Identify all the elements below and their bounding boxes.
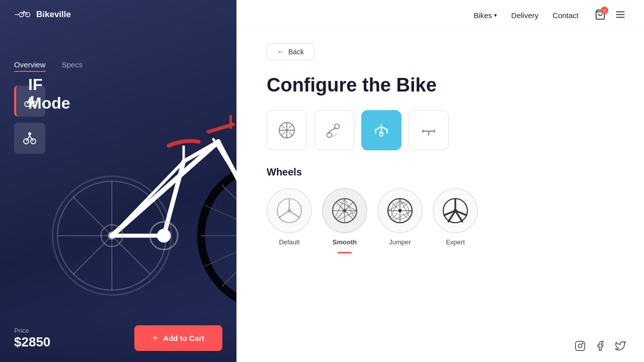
wheel-expert-label: Expert	[446, 238, 465, 246]
wheel-option-expert[interactable]: Expert	[433, 188, 478, 246]
wheel-default-circle	[267, 188, 312, 233]
left-panel: Bikeville IF Mode Overview Specs	[0, 0, 236, 362]
thumb-bike-2[interactable]	[14, 123, 45, 154]
header: Bikeville	[0, 0, 236, 29]
right-panel: Bikes ▾ Delivery Contact 2	[236, 0, 644, 362]
facebook-button[interactable]	[595, 340, 606, 353]
svg-line-19	[112, 236, 150, 275]
price-block: Price $2850	[14, 327, 50, 350]
back-button[interactable]: ← Back	[267, 43, 314, 60]
twitter-button[interactable]	[615, 340, 626, 353]
svg-line-20	[73, 236, 112, 275]
wheel-option-smooth[interactable]: Smooth	[322, 188, 367, 253]
brand-name: Bikeville	[36, 10, 71, 20]
svg-point-58	[327, 133, 332, 138]
config-option-chain[interactable]	[314, 110, 354, 150]
svg-line-56	[281, 132, 285, 136]
svg-point-9	[29, 133, 31, 135]
logo[interactable]: Bikeville	[14, 9, 71, 20]
svg-rect-89	[576, 341, 585, 350]
footer-social	[575, 340, 626, 353]
svg-line-55	[289, 125, 293, 129]
wheel-expert-circle	[433, 188, 478, 233]
svg-point-3	[23, 11, 25, 13]
svg-point-90	[578, 344, 582, 347]
chevron-down-icon: ▾	[494, 12, 497, 19]
add-to-cart-label: Add to Cart	[163, 334, 204, 342]
menu-button[interactable]	[615, 9, 626, 22]
configure-title: Configure the Bike	[267, 74, 614, 96]
add-to-cart-button[interactable]: + Add to Cart	[134, 325, 222, 351]
svg-line-54	[289, 132, 293, 136]
wheel-default-label: Default	[279, 238, 299, 246]
nav-contact[interactable]: Contact	[552, 11, 579, 20]
wheels-row: Default	[267, 188, 614, 253]
back-label: Back	[288, 48, 304, 56]
config-option-stem[interactable]	[409, 110, 449, 150]
price-value: $2850	[14, 334, 50, 349]
nav-bikes[interactable]: Bikes ▾	[473, 11, 497, 20]
config-option-handlebar[interactable]	[361, 110, 401, 150]
bottom-bar: Price $2850 + Add to Cart	[0, 316, 236, 362]
config-option-wheel[interactable]	[267, 110, 307, 150]
nav-links: Bikes ▾ Delivery Contact	[473, 11, 579, 20]
top-nav: Bikes ▾ Delivery Contact 2	[236, 0, 644, 31]
svg-point-57	[335, 124, 340, 129]
svg-point-40	[157, 229, 171, 243]
price-label: Price	[14, 327, 50, 334]
nav-icons: 2	[595, 9, 626, 22]
nav-delivery[interactable]: Delivery	[511, 11, 538, 20]
svg-line-18	[73, 197, 112, 236]
wheel-jumper-circle	[377, 188, 423, 233]
cart-button[interactable]: 2	[595, 9, 606, 22]
wheel-smooth-label: Smooth	[333, 238, 357, 246]
wheel-jumper-label: Jumper	[389, 238, 411, 246]
svg-point-91	[582, 343, 583, 344]
svg-point-48	[285, 129, 288, 132]
svg-point-74	[398, 209, 402, 213]
wheels-section-title: Wheels	[267, 166, 614, 178]
plus-icon: +	[152, 332, 158, 344]
wheel-option-default[interactable]: Default	[267, 188, 312, 246]
wheel-option-jumper[interactable]: Jumper	[377, 188, 423, 246]
product-title: IF Mode	[28, 75, 70, 113]
cart-badge: 2	[601, 7, 608, 14]
back-arrow-icon: ←	[277, 48, 284, 56]
instagram-button[interactable]	[575, 340, 586, 353]
svg-line-53	[281, 125, 285, 129]
smooth-selected-indicator	[338, 252, 352, 253]
config-options-row	[267, 110, 614, 150]
wheels-section: Wheels Default	[267, 166, 614, 253]
main-content: ← Back Configure the Bike	[236, 31, 644, 362]
wheel-smooth-circle	[322, 188, 367, 233]
